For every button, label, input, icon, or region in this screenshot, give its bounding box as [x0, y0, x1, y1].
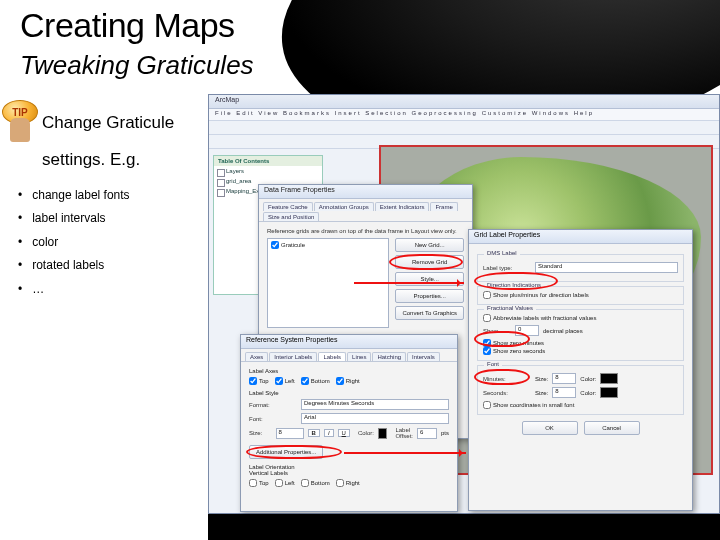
- small-font-checkbox[interactable]: [483, 401, 491, 409]
- v-bottom-label: Bottom: [311, 480, 330, 486]
- screenshot-area: ArcMap File Edit View Bookmarks Insert S…: [208, 94, 720, 540]
- v-top-checkbox[interactable]: [249, 479, 257, 487]
- bullet-list: change label fonts label intervals color…: [18, 184, 130, 301]
- min-color-swatch[interactable]: [600, 373, 618, 384]
- dialog-titlebar: Data Frame Properties: [259, 185, 472, 199]
- properties-button[interactable]: Properties...: [395, 289, 464, 303]
- tab[interactable]: Hatching: [372, 352, 406, 361]
- reference-system-properties-dialog: Reference System Properties Axes Interio…: [240, 334, 458, 512]
- tab[interactable]: Interior Labels: [269, 352, 317, 361]
- arcmap-toolbar[interactable]: [209, 121, 719, 135]
- min-color-label: Color:: [580, 376, 596, 382]
- label-type-select[interactable]: Standard: [535, 262, 678, 273]
- fractional-checkbox[interactable]: [483, 314, 491, 322]
- font-select[interactable]: Arial: [301, 413, 449, 424]
- left-checkbox[interactable]: [275, 377, 283, 385]
- right-checkbox[interactable]: [336, 377, 344, 385]
- toc-item[interactable]: Layers: [214, 166, 322, 176]
- top-label: Top: [259, 378, 269, 384]
- tab[interactable]: Annotation Groups: [314, 202, 374, 211]
- grid-checkbox[interactable]: [271, 241, 279, 249]
- dialog-body: Reference grids are drawn on top of the …: [259, 222, 472, 334]
- tab[interactable]: Extent Indicators: [375, 202, 430, 211]
- tab[interactable]: Frame: [430, 202, 457, 211]
- ok-button[interactable]: OK: [522, 421, 578, 435]
- v-bottom-checkbox[interactable]: [301, 479, 309, 487]
- label-style-label: Label Style: [249, 390, 449, 396]
- min-size-input[interactable]: 8: [552, 373, 576, 384]
- sec-color-label: Color:: [580, 390, 596, 396]
- bullet-item: label intervals: [18, 207, 130, 230]
- color-label: Color:: [358, 430, 374, 436]
- highlight-additional-props: [246, 445, 342, 459]
- right-label: Right: [346, 378, 360, 384]
- format-label: Format:: [249, 402, 297, 408]
- decimals-label: decimal places: [543, 328, 583, 334]
- group-title: DMS Label: [484, 250, 520, 256]
- cancel-button[interactable]: Cancel: [584, 421, 640, 435]
- sec-color-swatch[interactable]: [600, 387, 618, 398]
- highlight-direction: [474, 272, 558, 290]
- dialog-body: Label Axes Top Left Bottom Right Label S…: [241, 362, 457, 498]
- arcmap-menubar[interactable]: File Edit View Bookmarks Insert Selectio…: [209, 109, 719, 121]
- bullet-item: rotated labels: [18, 254, 130, 277]
- bottom-label: Bottom: [311, 378, 330, 384]
- bold-button[interactable]: B: [308, 429, 320, 437]
- v-left-checkbox[interactable]: [275, 479, 283, 487]
- size-label: Size:: [249, 430, 272, 436]
- label-type-label: Label type:: [483, 265, 531, 271]
- dialog-tabs[interactable]: Feature Cache Annotation Groups Extent I…: [259, 199, 472, 222]
- grid-list-item[interactable]: Graticule: [281, 242, 305, 248]
- highlight-zero-min: [474, 331, 530, 347]
- sec-size-input[interactable]: 8: [552, 387, 576, 398]
- group-title: Fractional Values: [484, 305, 536, 311]
- highlight-zero-sec: [474, 369, 530, 385]
- tab[interactable]: Size and Position: [263, 212, 319, 221]
- dialog-titlebar: Grid Label Properties: [469, 230, 692, 244]
- size-input[interactable]: 8: [276, 428, 304, 439]
- italic-button[interactable]: I: [324, 429, 334, 437]
- slide-subtitle: Tweaking Graticules: [20, 50, 254, 81]
- top-checkbox[interactable]: [249, 377, 257, 385]
- direction-checkbox[interactable]: [483, 291, 491, 299]
- dialog-titlebar: Reference System Properties: [241, 335, 457, 349]
- highlight-properties: [389, 254, 463, 270]
- arrow-addl-to-dlg3: [344, 452, 466, 454]
- pts-label: pts: [441, 430, 449, 436]
- direction-option-label: Show plus/minus for direction labels: [493, 292, 589, 298]
- thumb-icon: [10, 118, 30, 142]
- bullet-item: color: [18, 231, 130, 254]
- format-select[interactable]: Degrees Minutes Seconds: [301, 399, 449, 410]
- label-axes-label: Label Axes: [249, 368, 449, 374]
- tab[interactable]: Axes: [245, 352, 268, 361]
- dialog-tabs[interactable]: Axes Interior Labels Labels Lines Hatchi…: [241, 349, 457, 362]
- tab[interactable]: Feature Cache: [263, 202, 313, 211]
- tab[interactable]: Lines: [347, 352, 371, 361]
- color-swatch[interactable]: [378, 428, 388, 439]
- underline-button[interactable]: U: [338, 429, 350, 437]
- left-label: Left: [285, 378, 295, 384]
- group-title: Font: [484, 361, 502, 367]
- new-grid-button[interactable]: New Grid...: [395, 238, 464, 252]
- sec-size-label: Size:: [535, 390, 548, 396]
- v-right-checkbox[interactable]: [336, 479, 344, 487]
- toc-header: Table Of Contents: [214, 156, 322, 166]
- tab[interactable]: Intervals: [407, 352, 440, 361]
- bottom-checkbox[interactable]: [301, 377, 309, 385]
- grids-hint: Reference grids are drawn on top of the …: [267, 228, 464, 234]
- fractional-option-label: Abbreviate labels with fractional values: [493, 315, 596, 321]
- offset-label: Label Offset:: [395, 427, 413, 439]
- zero-sec-checkbox[interactable]: [483, 347, 491, 355]
- v-top-label: Top: [259, 480, 269, 486]
- bullet-item: change label fonts: [18, 184, 130, 207]
- lead-text: Change Graticule settings. E.g.: [42, 104, 212, 179]
- slide-title: Creating Maps: [20, 6, 235, 45]
- tab-labels[interactable]: Labels: [318, 352, 346, 361]
- convert-button[interactable]: Convert To Graphics: [395, 306, 464, 320]
- zero-sec-label: Show zero seconds: [493, 348, 545, 354]
- seconds-label: Seconds:: [483, 390, 531, 396]
- arrow-to-dlg3: [354, 282, 464, 284]
- v-left-label: Left: [285, 480, 295, 486]
- offset-input[interactable]: 6: [417, 428, 437, 439]
- min-size-label: Size:: [535, 376, 548, 382]
